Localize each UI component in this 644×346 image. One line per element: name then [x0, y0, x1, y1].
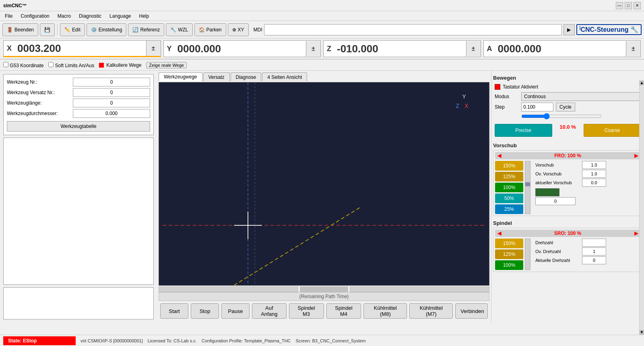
right-panel-scrollbar[interactable]: ▲ ▼ — [639, 80, 644, 323]
kuehlmittel-m7-button[interactable]: Kühlmittel (M7) — [409, 303, 453, 319]
vorschub-header: Vorschub — [493, 142, 642, 148]
tab-4seiten[interactable]: 4 Seiten Ansicht — [262, 72, 307, 81]
vorschub-100-btn[interactable]: 100% — [495, 183, 523, 192]
einstellung-button[interactable]: ⚙️ Einstellung — [87, 23, 127, 36]
spindel-125-btn[interactable]: 125% — [495, 249, 523, 259]
tab-versatz[interactable]: Versatz — [203, 72, 230, 81]
tool-extra-box — [3, 287, 154, 319]
save-button[interactable]: 💾 — [40, 23, 55, 36]
precise-button[interactable]: Precise — [495, 124, 552, 137]
verbinden-button[interactable]: Verbinden — [455, 303, 488, 319]
movement-buttons: Precise 10.0 % Coarse — [495, 124, 641, 137]
tool-nr-label: Werkzeug Nr.: — [7, 79, 71, 85]
tool-versatz-label: Werkzeug Versatz Nr.: — [7, 90, 71, 95]
coord-a-value: 0000.000 — [495, 43, 626, 55]
scroll-area — [159, 286, 489, 292]
tool-laenge-label: Werkzeuglänge: — [7, 100, 71, 106]
softlimits-checkbox[interactable] — [48, 62, 54, 67]
kalkuliere-option[interactable]: Kalkuliere Wege — [99, 62, 141, 68]
scroll-up-btn[interactable]: ▲ — [640, 80, 644, 85]
viewport[interactable]: Y Z X — [159, 82, 489, 286]
vorschub-125-btn[interactable]: 125% — [495, 172, 523, 181]
pause-button[interactable]: Pause — [221, 303, 250, 319]
aktueller-vorschub-input[interactable] — [582, 179, 606, 187]
h-scrollbar-thumb[interactable] — [300, 286, 348, 292]
coord-z-label: Z — [324, 45, 334, 53]
spindel-100-btn[interactable]: 100% — [495, 260, 523, 270]
vorschub-50-btn[interactable]: 50% — [495, 194, 523, 203]
maximize-button[interactable]: □ — [625, 2, 632, 9]
vorschub-150-btn[interactable]: 150% — [495, 161, 523, 171]
mdi-input[interactable] — [264, 24, 562, 35]
h-scrollbar-right[interactable] — [350, 286, 489, 292]
ov-drehzahl-row: Ov. Drehzahl — [535, 247, 640, 255]
sro-arrow-left[interactable]: ◀ — [496, 231, 503, 236]
menu-macro[interactable]: Macro — [54, 12, 74, 20]
coord-x-set-btn[interactable]: ± — [146, 41, 161, 56]
g53-option[interactable]: G53 Koordinate — [3, 62, 43, 68]
cycle-button[interactable]: Cycle — [556, 103, 575, 111]
spindel-m3-button[interactable]: Spindel M3 — [289, 303, 324, 319]
mdi-run-button[interactable]: ▶ — [564, 24, 575, 35]
vorschub-input[interactable] — [582, 161, 606, 169]
status-licensed: Licensed To: CS-Lab s.c. — [148, 338, 197, 343]
ov-vorschub-label: Ov. Vorschub — [535, 171, 580, 176]
tastatur-indicator — [495, 84, 500, 90]
spindel-box: ◀ SRO: 100 % ▶ 150% 125% 100% Drehzahl — [493, 228, 642, 272]
tab-diagnose[interactable]: Diagnose — [231, 72, 262, 81]
xy-button[interactable]: ⊕ XY — [228, 23, 249, 36]
sro-arrow-right[interactable]: ▶ — [633, 231, 640, 236]
drehzahl-input[interactable] — [582, 239, 606, 247]
spindel-info: Drehzahl Ov. Drehzahl Aktuelle Drehzahl — [535, 239, 640, 270]
coord-z-set-btn[interactable]: ± — [466, 41, 481, 56]
tool-nr-input[interactable] — [73, 78, 150, 86]
parken-button[interactable]: 🏠 Parken — [194, 23, 226, 36]
menu-diagnostic[interactable]: Diagnostic — [76, 12, 105, 20]
modus-value: Continous — [521, 92, 641, 101]
referenz-icon: 🔄 — [132, 27, 138, 33]
coarse-button[interactable]: Coarse — [584, 124, 641, 137]
referenz-button[interactable]: 🔄 Referenz — [128, 23, 164, 36]
coord-y-set-btn[interactable]: ± — [306, 41, 320, 56]
spindel-150-btn[interactable]: 150% — [495, 239, 523, 248]
step-input[interactable] — [521, 103, 553, 111]
edit-button[interactable]: ✏️ Edit — [60, 23, 85, 36]
vorschub-25-btn[interactable]: 25% — [495, 204, 523, 214]
aktuelle-drehzahl-input[interactable] — [582, 256, 606, 264]
zeige-reale-wege-btn[interactable]: Zeige reale Wege — [146, 62, 187, 68]
wzl-button[interactable]: 🔧 WZL — [166, 23, 192, 36]
coord-a-set-btn[interactable]: ± — [626, 41, 640, 56]
h-scrollbar-left[interactable] — [159, 286, 298, 292]
beenden-button[interactable]: 🚪 Beenden — [2, 23, 38, 36]
tab-werkzeugwege[interactable]: Werkzeugwege — [159, 72, 202, 81]
fro-arrow-right[interactable]: ▶ — [633, 153, 640, 159]
minimize-button[interactable]: — — [616, 2, 623, 9]
tool-laenge-input[interactable] — [73, 99, 150, 107]
tool-durchmesser-input[interactable] — [73, 109, 150, 118]
svg-text:Z: Z — [456, 103, 459, 109]
menu-help[interactable]: Help — [136, 12, 153, 20]
menu-language[interactable]: Language — [106, 12, 134, 20]
tool-table-btn[interactable]: Werkzeugtabelle — [7, 121, 150, 132]
stop-button[interactable]: Stop — [191, 303, 219, 319]
start-button[interactable]: Start — [160, 303, 188, 319]
menu-configuration[interactable]: Configuration — [17, 12, 52, 20]
step-slider[interactable] — [521, 113, 602, 119]
auf-anfang-button[interactable]: Auf Anfang — [252, 303, 287, 319]
tool-durchmesser-row: Werkzeugdurchmesser: — [7, 109, 150, 118]
speed-value-input[interactable] — [535, 197, 576, 205]
left-panel: Werkzeug Nr.: Werkzeug Versatz Nr.: Werk… — [0, 71, 157, 323]
kuehlmittel-m8-button[interactable]: Kühlmittel (M8) — [363, 303, 407, 319]
ov-drehzahl-input[interactable] — [582, 247, 606, 255]
g53-checkbox[interactable] — [3, 62, 8, 67]
spindel-slider[interactable] — [525, 239, 530, 270]
bewegen-header: Bewegen — [493, 75, 642, 81]
close-button[interactable]: ✕ — [634, 2, 641, 9]
vorschub-slider[interactable] — [525, 161, 530, 214]
tool-versatz-input[interactable] — [73, 88, 150, 97]
softlimits-option[interactable]: Soft Limits An/Aus — [48, 62, 94, 68]
menu-file[interactable]: File — [2, 12, 16, 20]
ov-vorschub-input[interactable] — [582, 170, 606, 178]
fro-arrow-left[interactable]: ◀ — [496, 153, 503, 159]
spindel-m4-button[interactable]: Spindel M4 — [326, 303, 361, 319]
